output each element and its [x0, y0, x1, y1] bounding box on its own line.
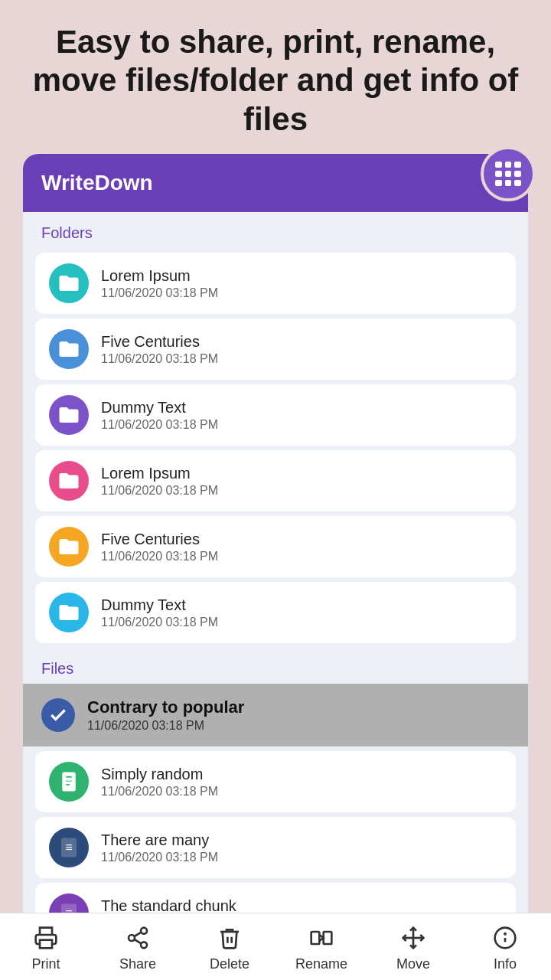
file-name-2: There are many — [101, 831, 502, 849]
folders-section-label: Folders — [23, 212, 528, 248]
grid-menu-button[interactable] — [481, 146, 536, 201]
folder-name-0: Lorem Ipsum — [101, 267, 502, 285]
toolbar-info-label: Info — [494, 956, 517, 972]
file-name-0: Contrary to popular — [87, 697, 510, 717]
toolbar-info[interactable]: Info — [459, 913, 551, 980]
folder-name-3: Lorem Ipsum — [101, 465, 502, 482]
file-icon-1: ≡ — [49, 762, 89, 802]
toolbar-share[interactable]: Share — [92, 913, 184, 980]
folder-date-0: 11/06/2020 03:18 PM — [101, 286, 502, 300]
toolbar-rename-label: Rename — [295, 956, 347, 972]
folder-icon-2 — [49, 395, 89, 435]
file-date-0: 11/06/2020 03:18 PM — [87, 719, 510, 733]
svg-text:≡: ≡ — [65, 840, 72, 854]
folder-icon-3 — [49, 461, 89, 501]
folder-icon-4 — [49, 527, 89, 567]
folder-item-5[interactable]: Dummy Text 11/06/2020 03:18 PM — [35, 582, 516, 643]
toolbar-delete-label: Delete — [210, 956, 249, 972]
toolbar-delete[interactable]: Delete — [184, 913, 276, 980]
folder-icon-1 — [49, 329, 89, 369]
folder-item-1[interactable]: Five Centuries 11/06/2020 03:18 PM — [35, 318, 516, 380]
file-item-2[interactable]: ≡ There are many 11/06/2020 03:18 PM — [35, 817, 516, 878]
folder-name-2: Dummy Text — [101, 399, 502, 416]
toolbar-move[interactable]: Move — [367, 913, 459, 980]
folder-date-2: 11/06/2020 03:18 PM — [101, 418, 502, 432]
grid-icon — [495, 162, 521, 186]
svg-point-15 — [129, 935, 135, 941]
folder-date-5: 11/06/2020 03:18 PM — [101, 616, 502, 629]
share-icon — [124, 924, 152, 952]
app-container: WriteDown Folders Lorem Ipsum 11/06 — [23, 154, 528, 980]
folder-item-4[interactable]: Five Centuries 11/06/2020 03:18 PM — [35, 516, 516, 577]
svg-point-14 — [141, 928, 147, 934]
svg-rect-19 — [311, 932, 320, 944]
folder-name-5: Dummy Text — [101, 596, 502, 614]
folder-date-4: 11/06/2020 03:18 PM — [101, 550, 502, 564]
move-icon — [399, 924, 427, 952]
bottom-toolbar: Print Share Delete — [0, 913, 551, 980]
file-item-1[interactable]: ≡ Simply random 11/06/2020 03:18 PM — [35, 751, 516, 812]
folder-name-4: Five Centuries — [101, 531, 502, 548]
folder-item-2[interactable]: Dummy Text 11/06/2020 03:18 PM — [35, 384, 516, 446]
folder-date-1: 11/06/2020 03:18 PM — [101, 352, 502, 366]
file-date-2: 11/06/2020 03:18 PM — [101, 851, 502, 864]
toolbar-rename[interactable]: Rename — [276, 913, 367, 980]
print-icon — [32, 924, 60, 952]
app-header: WriteDown — [23, 154, 528, 212]
folder-item-0[interactable]: Lorem Ipsum 11/06/2020 03:18 PM — [35, 253, 516, 314]
file-name-1: Simply random — [101, 766, 502, 783]
file-icon-2: ≡ — [49, 828, 89, 867]
file-item-0[interactable]: Contrary to popular 11/06/2020 03:18 PM — [23, 684, 528, 746]
toolbar-move-label: Move — [396, 956, 430, 972]
page-header: Easy to share, print, rename, move files… — [0, 0, 551, 154]
file-date-1: 11/06/2020 03:18 PM — [101, 785, 502, 799]
page-title: Easy to share, print, rename, move files… — [31, 23, 520, 139]
info-icon — [491, 924, 519, 952]
files-section-label: Files — [23, 648, 528, 684]
folder-date-3: 11/06/2020 03:18 PM — [101, 484, 502, 498]
delete-icon — [216, 924, 243, 952]
svg-text:≡: ≡ — [66, 776, 72, 788]
toolbar-print[interactable]: Print — [0, 913, 92, 980]
toolbar-print-label: Print — [31, 956, 60, 972]
folder-icon-0 — [49, 263, 89, 303]
toolbar-share-label: Share — [119, 956, 156, 972]
check-icon-0 — [41, 698, 75, 732]
app-title: WriteDown — [41, 171, 153, 195]
svg-rect-13 — [40, 940, 52, 949]
svg-point-16 — [141, 942, 147, 948]
folder-item-3[interactable]: Lorem Ipsum 11/06/2020 03:18 PM — [35, 450, 516, 511]
folder-name-1: Five Centuries — [101, 333, 502, 351]
folder-icon-5 — [49, 593, 89, 632]
svg-line-17 — [134, 939, 141, 943]
svg-line-18 — [134, 933, 141, 936]
rename-icon — [308, 924, 335, 952]
